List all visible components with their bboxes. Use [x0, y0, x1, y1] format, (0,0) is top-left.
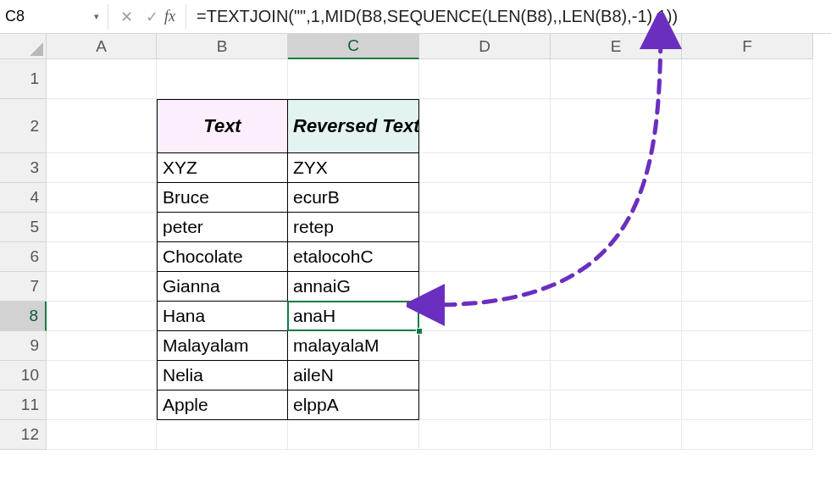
cell-C11[interactable]: elppA [288, 390, 419, 420]
cells-area[interactable]: Text Reversed Text XYZ ZYX Bruce ecurB p… [47, 59, 831, 450]
cell-F6[interactable] [682, 242, 813, 272]
cell-E2[interactable] [551, 99, 682, 153]
cell-D3[interactable] [419, 153, 551, 183]
cell-B11[interactable]: Apple [157, 390, 288, 420]
cell-C4[interactable]: ecurB [288, 183, 419, 213]
cell-D2[interactable] [419, 99, 551, 153]
cell-C1[interactable] [288, 59, 419, 99]
cell-D5[interactable] [419, 213, 551, 242]
cell-C10[interactable]: aileN [288, 361, 419, 390]
cell-A4[interactable] [47, 183, 157, 213]
cell-F8[interactable] [682, 302, 813, 331]
cell-D4[interactable] [419, 183, 551, 213]
cancel-formula-button[interactable]: ✕ [114, 8, 139, 26]
cell-A5[interactable] [47, 213, 157, 242]
row-header-11[interactable]: 11 [0, 390, 47, 420]
cell-B6[interactable]: Chocolate [157, 242, 288, 272]
cell-A11[interactable] [47, 390, 157, 420]
cell-E1[interactable] [551, 59, 682, 99]
name-box[interactable]: C8 [0, 4, 85, 30]
row-header-5[interactable]: 5 [0, 213, 47, 242]
cell-E10[interactable] [551, 361, 682, 390]
cell-A10[interactable] [47, 361, 157, 390]
row-header-12[interactable]: 12 [0, 420, 47, 450]
cell-B5[interactable]: peter [157, 213, 288, 242]
cell-F11[interactable] [682, 390, 813, 420]
row-header-8[interactable]: 8 [0, 302, 47, 331]
row-header-3[interactable]: 3 [0, 153, 47, 183]
row-header-9[interactable]: 9 [0, 331, 47, 361]
column-header-D[interactable]: D [419, 34, 551, 59]
cell-E12[interactable] [551, 420, 682, 450]
cell-D11[interactable] [419, 390, 551, 420]
cell-F9[interactable] [682, 331, 813, 361]
fill-handle[interactable] [416, 328, 423, 335]
cell-B9[interactable]: Malayalam [157, 331, 288, 361]
cell-B7[interactable]: Gianna [157, 272, 288, 302]
chevron-down-icon: ▾ [94, 11, 99, 22]
row-header-1[interactable]: 1 [0, 59, 47, 99]
cell-F1[interactable] [682, 59, 813, 99]
cell-E5[interactable] [551, 213, 682, 242]
cell-C3[interactable]: ZYX [288, 153, 419, 183]
cell-B3[interactable]: XYZ [157, 153, 288, 183]
cell-A12[interactable] [47, 420, 157, 450]
insert-function-button[interactable]: fx [164, 8, 175, 25]
cell-A9[interactable] [47, 331, 157, 361]
cell-D12[interactable] [419, 420, 551, 450]
column-header-A[interactable]: A [47, 34, 157, 59]
cell-D10[interactable] [419, 361, 551, 390]
cell-B10[interactable]: Nelia [157, 361, 288, 390]
cell-F4[interactable] [682, 183, 813, 213]
cell-D8[interactable] [419, 302, 551, 331]
cell-A1[interactable] [47, 59, 157, 99]
cell-D1[interactable] [419, 59, 551, 99]
cell-F10[interactable] [682, 361, 813, 390]
name-box-dropdown[interactable]: ▾ [85, 4, 108, 30]
column-header-C[interactable]: C [288, 34, 419, 59]
cell-F7[interactable] [682, 272, 813, 302]
cell-C9[interactable]: malayalaM [288, 331, 419, 361]
row-header-4[interactable]: 4 [0, 183, 47, 213]
cell-A7[interactable] [47, 272, 157, 302]
cell-D6[interactable] [419, 242, 551, 272]
cell-A8[interactable] [47, 302, 157, 331]
cell-F5[interactable] [682, 213, 813, 242]
cell-C6[interactable]: etalocohC [288, 242, 419, 272]
cell-E8[interactable] [551, 302, 682, 331]
column-header-F[interactable]: F [682, 34, 813, 59]
cell-D9[interactable] [419, 331, 551, 361]
row-header-10[interactable]: 10 [0, 361, 47, 390]
cell-A3[interactable] [47, 153, 157, 183]
row-header-6[interactable]: 6 [0, 242, 47, 272]
cell-A6[interactable] [47, 242, 157, 272]
cell-F3[interactable] [682, 153, 813, 183]
cell-C2[interactable]: Reversed Text [288, 99, 419, 153]
formula-input[interactable]: =TEXTJOIN("",1,MID(B8,SEQUENCE(LEN(B8),,… [186, 4, 831, 30]
cell-E9[interactable] [551, 331, 682, 361]
cell-E3[interactable] [551, 153, 682, 183]
cell-B1[interactable] [157, 59, 288, 99]
cell-B8[interactable]: Hana [157, 302, 288, 331]
cell-F12[interactable] [682, 420, 813, 450]
cell-C12[interactable] [288, 420, 419, 450]
cell-B4[interactable]: Bruce [157, 183, 288, 213]
select-all-triangle[interactable] [0, 34, 47, 59]
row-header-7[interactable]: 7 [0, 272, 47, 302]
cell-C7[interactable]: annaiG [288, 272, 419, 302]
cell-C5[interactable]: retep [288, 213, 419, 242]
cell-E6[interactable] [551, 242, 682, 272]
accept-formula-button[interactable]: ✓ [139, 8, 164, 26]
cell-E11[interactable] [551, 390, 682, 420]
cell-B2[interactable]: Text [157, 99, 288, 153]
row-header-2[interactable]: 2 [0, 99, 47, 153]
cell-C8[interactable]: anaH [288, 302, 419, 331]
cell-F2[interactable] [682, 99, 813, 153]
cell-B12[interactable] [157, 420, 288, 450]
cell-A2[interactable] [47, 99, 157, 153]
column-header-B[interactable]: B [157, 34, 288, 59]
cell-D7[interactable] [419, 272, 551, 302]
cell-E4[interactable] [551, 183, 682, 213]
cell-E7[interactable] [551, 272, 682, 302]
column-header-E[interactable]: E [551, 34, 682, 59]
